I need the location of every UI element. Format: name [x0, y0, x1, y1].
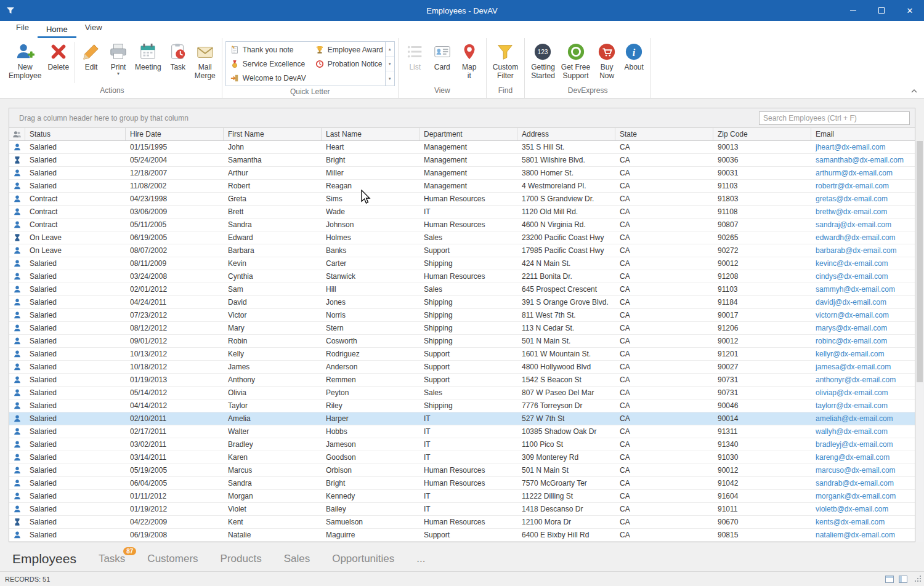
- table-row[interactable]: Salaried02/10/2011AmeliaHarperIT527 W 7t…: [9, 412, 915, 425]
- email-link[interactable]: barbarab@dx-email.com: [816, 246, 897, 255]
- search-input[interactable]: [759, 111, 910, 125]
- table-row[interactable]: Salaried10/13/2012KellyRodriguezSupport1…: [9, 348, 915, 361]
- table-row[interactable]: Salaried08/11/2009KevinCarterShipping424…: [9, 257, 915, 270]
- email-link[interactable]: jamesa@dx-email.com: [816, 363, 891, 371]
- ribbon-button-get-free-support[interactable]: Get Free Support: [558, 40, 593, 85]
- footer-tab-more[interactable]: ...: [416, 553, 425, 565]
- email-link[interactable]: nataliem@dx-email.com: [816, 531, 895, 539]
- title-bar[interactable]: Employees - DevAV ✕: [0, 0, 924, 21]
- column-header-department[interactable]: Department: [419, 128, 517, 140]
- email-link[interactable]: wallyh@dx-email.com: [816, 427, 888, 436]
- email-link[interactable]: jheart@dx-email.com: [816, 143, 886, 151]
- scrollbar-thumb[interactable]: [917, 141, 923, 382]
- email-link[interactable]: kellyr@dx-email.com: [816, 350, 885, 358]
- table-row[interactable]: Salaried08/12/2012MarySternShipping113 N…: [9, 322, 915, 335]
- email-link[interactable]: marys@dx-email.com: [816, 324, 887, 332]
- email-link[interactable]: sandrab@dx-email.com: [816, 479, 894, 488]
- table-row[interactable]: Salaried10/18/2012JamesAndersonSupport48…: [9, 361, 915, 374]
- column-header-hire-date[interactable]: Hire Date: [126, 128, 224, 140]
- ribbon-button-custom-filter[interactable]: Custom Filter: [490, 40, 521, 85]
- table-row[interactable]: Salaried03/02/2011BradleyJamesonIT1100 P…: [9, 438, 915, 451]
- ribbon-button-delete[interactable]: Delete: [44, 40, 72, 85]
- table-row[interactable]: Salaried05/24/2004SamanthaBrightManageme…: [9, 154, 915, 167]
- table-row[interactable]: Salaried06/19/2008NatalieMaguirreSupport…: [9, 529, 915, 542]
- column-header-address[interactable]: Address: [517, 128, 615, 140]
- ribbon-button-getting-started[interactable]: 123Getting Started: [528, 40, 558, 85]
- email-link[interactable]: davidj@dx-email.com: [816, 298, 886, 307]
- view-toggle-card-button[interactable]: [898, 575, 908, 584]
- email-link[interactable]: taylorr@dx-email.com: [816, 401, 888, 410]
- ribbon-button-new-employee[interactable]: New Employee: [6, 40, 44, 85]
- gallery-item-welcome-to-devav[interactable]: Welcome to DevAV: [227, 71, 312, 85]
- footer-tab-employees[interactable]: Employees: [12, 552, 76, 566]
- email-link[interactable]: kevinc@dx-email.com: [816, 259, 888, 268]
- table-row[interactable]: On Leave06/19/2005EdwardHolmesSales23200…: [9, 231, 915, 244]
- table-row[interactable]: Salaried03/14/2011KarenGoodsonIT309 Mont…: [9, 451, 915, 464]
- table-row[interactable]: Contract03/06/2009BrettWadeIT1120 Old Mi…: [9, 206, 915, 219]
- footer-tab-tasks[interactable]: Tasks87: [99, 553, 125, 565]
- email-link[interactable]: robertr@dx-email.com: [816, 182, 889, 190]
- table-row[interactable]: Salaried05/14/2012OliviaPeytonSales807 W…: [9, 387, 915, 399]
- email-link[interactable]: bradleyj@dx-email.com: [816, 440, 893, 449]
- table-row[interactable]: Contract05/11/2005SandraJohnsonHuman Res…: [9, 219, 915, 231]
- email-link[interactable]: morgank@dx-email.com: [816, 492, 896, 500]
- view-toggle-grid-button[interactable]: [885, 575, 894, 584]
- table-row[interactable]: Salaried01/11/2012MorganKennedyIT11222 D…: [9, 490, 915, 503]
- table-row[interactable]: Salaried02/01/2012SamHillSales645 Prospe…: [9, 283, 915, 296]
- column-header-email[interactable]: Email: [811, 128, 915, 140]
- table-row[interactable]: Salaried09/01/2012RobinCosworthShipping5…: [9, 335, 915, 348]
- close-button[interactable]: ✕: [896, 0, 924, 21]
- ribbon-button-about[interactable]: iAbout: [620, 40, 647, 85]
- footer-tab-opportunities[interactable]: Opportunities: [332, 553, 394, 565]
- table-row[interactable]: Salaried01/19/2012VioletBaileyIT1418 Des…: [9, 503, 915, 516]
- email-link[interactable]: anthonyr@dx-email.com: [816, 375, 896, 384]
- ribbon-button-mail-merge[interactable]: Mail Merge: [192, 40, 219, 85]
- gallery-item-probation-notice[interactable]: Probation Notice: [312, 57, 384, 71]
- gallery-down-button[interactable]: ▼: [386, 57, 394, 71]
- email-link[interactable]: marcuso@dx-email.com: [816, 466, 896, 475]
- email-link[interactable]: sandraj@dx-email.com: [816, 220, 891, 229]
- table-row[interactable]: Salaried12/18/2007ArthurMillerManagement…: [9, 167, 915, 180]
- ribbon-button-task[interactable]: Task: [164, 40, 192, 85]
- email-link[interactable]: violetb@dx-email.com: [816, 505, 888, 513]
- email-link[interactable]: gretas@dx-email.com: [816, 195, 888, 203]
- column-header-status[interactable]: Status: [25, 128, 126, 140]
- ribbon-button-buy-now[interactable]: Buy Now: [593, 40, 620, 85]
- table-row[interactable]: Salaried01/15/1995JohnHeartManagement351…: [9, 141, 915, 154]
- table-row[interactable]: Salaried04/14/2012TaylorRileyShipping777…: [9, 399, 915, 412]
- gallery-dropdown-button[interactable]: ▼: [386, 71, 394, 86]
- footer-tab-products[interactable]: Products: [221, 553, 262, 565]
- ribbon-tab-view[interactable]: View: [76, 20, 111, 38]
- ribbon-button-map-it[interactable]: Map it: [456, 40, 483, 85]
- table-row[interactable]: Salaried04/22/2009KentSamuelsonHuman Res…: [9, 516, 915, 529]
- email-link[interactable]: brettw@dx-email.com: [816, 207, 887, 216]
- ribbon-collapse-button[interactable]: [909, 87, 919, 95]
- column-header-icon[interactable]: [9, 128, 25, 140]
- ribbon-tab-home[interactable]: Home: [38, 22, 76, 38]
- email-link[interactable]: ameliah@dx-email.com: [816, 414, 893, 423]
- email-link[interactable]: edwardh@dx-email.com: [816, 233, 896, 242]
- email-link[interactable]: cindys@dx-email.com: [816, 272, 888, 281]
- table-row[interactable]: Salaried06/04/2005SandraBrightHuman Reso…: [9, 477, 915, 490]
- email-link[interactable]: kents@dx-email.com: [816, 518, 885, 526]
- table-row[interactable]: Salaried11/08/2002RobertReaganManagement…: [9, 180, 915, 193]
- gallery-item-thank-you-note[interactable]: Thank you note: [227, 42, 312, 57]
- gallery-item-employee-award[interactable]: Employee Award: [312, 42, 384, 57]
- email-link[interactable]: robinc@dx-email.com: [816, 337, 887, 345]
- table-row[interactable]: Salaried01/19/2013AnthonyRemmenSupport15…: [9, 374, 915, 387]
- ribbon-button-meeting[interactable]: Meeting: [132, 40, 164, 85]
- footer-tab-sales[interactable]: Sales: [284, 553, 310, 565]
- vertical-scrollbar[interactable]: [916, 141, 923, 542]
- email-link[interactable]: samanthab@dx-email.com: [816, 156, 904, 164]
- column-header-state[interactable]: State: [615, 128, 713, 140]
- gallery-up-button[interactable]: ▲: [386, 42, 394, 57]
- resize-grip-icon[interactable]: [914, 575, 922, 584]
- table-row[interactable]: Salaried04/24/2011DavidJonesShipping391 …: [9, 296, 915, 309]
- column-header-first-name[interactable]: First Name: [224, 128, 322, 140]
- table-row[interactable]: Salaried07/23/2012VictorNorrisShipping81…: [9, 309, 915, 322]
- ribbon-button-edit[interactable]: Edit: [78, 40, 105, 85]
- column-header-zip-code[interactable]: Zip Code: [713, 128, 811, 140]
- maximize-button[interactable]: [867, 0, 896, 21]
- ribbon-tab-file[interactable]: File: [7, 20, 38, 38]
- group-by-panel[interactable]: Drag a column header here to group by th…: [9, 108, 915, 128]
